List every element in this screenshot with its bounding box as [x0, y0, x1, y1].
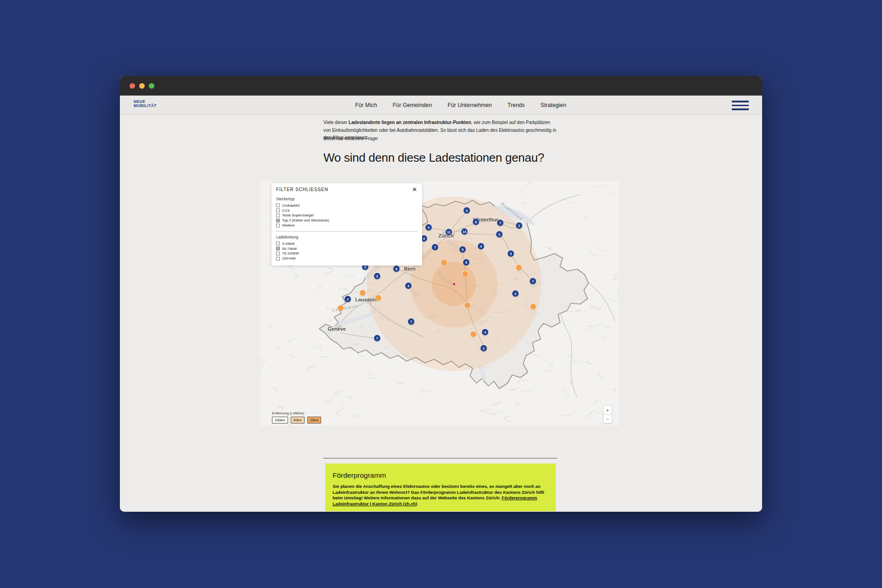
station-cluster-marker[interactable]: 7	[497, 220, 503, 226]
map-zoom-controls: + −	[604, 406, 611, 424]
nav-item-strategien[interactable]: Strategien	[540, 102, 566, 108]
checkbox-checked-icon[interactable]: ✓	[276, 219, 280, 222]
close-window-button[interactable]	[130, 83, 135, 89]
charging-station-marker[interactable]	[470, 331, 476, 337]
promo-box: Förderprogramm Sie planen die Anschaffun…	[325, 464, 556, 511]
station-cluster-marker[interactable]: 7	[530, 278, 536, 284]
filter-group: SteckertypCHAdeMOCCSTesla Supercharger✓T…	[276, 197, 418, 228]
nav-item-trends[interactable]: Trends	[508, 102, 525, 108]
hamburger-bar	[732, 101, 749, 102]
checkbox-icon[interactable]	[276, 204, 280, 207]
map-filter-panel: FILTER SCHLIESSEN ✕ SteckertypCHAdeMOCCS…	[271, 183, 422, 266]
distance-legend-label: Entfernung (Luftlinie):	[272, 411, 321, 415]
filter-option-label: Tesla Supercharger	[282, 213, 314, 217]
lake-label: Le Léman	[332, 303, 359, 313]
filter-close-label[interactable]: FILTER SCHLIESSEN	[276, 187, 328, 192]
charging-station-marker[interactable]	[338, 305, 344, 311]
nav-item-f-r-gemeinden[interactable]: Für Gemeinden	[393, 102, 432, 108]
filter-option-label: Typ 2 (Kabel und Steckdose)	[282, 218, 329, 222]
filter-option-label: 0-49kW	[282, 242, 295, 246]
filter-group-label: Ladeleistung	[276, 235, 418, 239]
station-cluster-marker[interactable]: 5	[463, 259, 469, 266]
minimize-window-button[interactable]	[139, 83, 145, 89]
filter-option-label: 100+kW	[282, 256, 296, 260]
charging-station-marker[interactable]	[375, 295, 381, 301]
intro-text: Viele dieser	[323, 120, 349, 125]
filter-group: Ladeleistung0-49kW✓50-74kW75-100kW100+kW	[276, 231, 418, 261]
hamburger-menu-icon[interactable]	[732, 101, 749, 110]
station-cluster-marker[interactable]: 7	[374, 335, 380, 341]
checkbox-icon[interactable]	[276, 214, 280, 217]
filter-option[interactable]: Weitere	[276, 223, 418, 228]
hamburger-bar	[732, 105, 749, 107]
station-cluster-marker[interactable]: 6	[473, 219, 479, 225]
site-logo[interactable]: NEUE MOBILITÄT	[134, 100, 157, 108]
distance-button-100km[interactable]: 100km	[272, 417, 288, 424]
checkbox-icon[interactable]	[276, 224, 280, 227]
window-titlebar	[120, 76, 762, 96]
station-cluster-marker[interactable]: 7	[432, 244, 438, 250]
search-center-marker	[453, 283, 455, 285]
filter-option-label: CHAdeMO	[282, 204, 300, 208]
filter-option[interactable]: 100+kW	[276, 256, 418, 261]
checkbox-icon[interactable]	[276, 242, 280, 245]
checkbox-icon[interactable]	[276, 209, 280, 212]
station-cluster-marker[interactable]: 2	[512, 290, 519, 297]
filter-option-label: Weitere	[282, 223, 294, 227]
charging-station-marker[interactable]	[462, 271, 468, 277]
filter-option[interactable]: ✓Typ 2 (Kabel und Steckdose)	[276, 218, 418, 223]
intro-text-bold: Ladestandorte liegen an zentralen Infras…	[349, 120, 471, 125]
station-cluster-marker[interactable]: 6	[393, 266, 400, 272]
charging-stations-map[interactable]: BodenseeLe LémanZürichWinterthurBernLaus…	[260, 181, 619, 426]
filter-groups: SteckertypCHAdeMOCCSTesla Supercharger✓T…	[276, 197, 418, 261]
charging-station-marker[interactable]	[441, 260, 447, 266]
filter-option[interactable]: 75-100kW	[276, 251, 418, 256]
filter-option[interactable]: CHAdeMO	[276, 203, 418, 208]
promo-title: Förderprogramm	[333, 471, 548, 480]
filter-option[interactable]: ✓50-74kW	[276, 246, 418, 251]
hamburger-bar	[732, 108, 749, 110]
zoom-out-button[interactable]: −	[604, 415, 611, 423]
distance-button-50km[interactable]: 50km	[291, 417, 305, 424]
zoom-window-button[interactable]	[149, 83, 154, 89]
checkbox-checked-icon[interactable]: ✓	[276, 247, 280, 250]
window-controls	[130, 83, 154, 89]
distance-button-25km[interactable]: 25km	[307, 417, 321, 424]
station-cluster-marker[interactable]: 3	[405, 283, 412, 289]
close-icon[interactable]: ✕	[412, 187, 418, 192]
zoom-in-button[interactable]: +	[604, 407, 611, 414]
station-cluster-marker[interactable]: 4	[478, 243, 484, 249]
filter-option[interactable]: 0-49kW	[276, 241, 418, 246]
lake-label: Bodensee	[500, 201, 524, 222]
section-divider	[323, 458, 557, 458]
filter-option[interactable]: Tesla Supercharger	[276, 213, 418, 218]
filter-option[interactable]: CCS	[276, 208, 418, 213]
station-cluster-marker[interactable]: 2	[516, 222, 522, 229]
nav-item-f-r-mich[interactable]: Für Mich	[355, 102, 377, 108]
station-cluster-marker[interactable]: 4	[482, 329, 488, 335]
site-header: NEUE MOBILITÄT Für MichFür GemeindenFür …	[120, 96, 762, 115]
charging-station-marker[interactable]	[516, 265, 522, 271]
page-title: Wo sind denn diese Ladestationen genau?	[323, 151, 544, 165]
charging-station-marker[interactable]	[464, 302, 470, 308]
station-cluster-marker[interactable]: 7	[408, 318, 414, 325]
station-cluster-marker[interactable]: 3	[425, 224, 432, 231]
station-cluster-marker[interactable]: 3	[496, 231, 503, 237]
station-cluster-marker[interactable]: 3	[508, 250, 514, 257]
main-nav: Für MichFür GemeindenFür UnternehmenTren…	[355, 96, 566, 115]
charging-station-marker[interactable]	[530, 304, 536, 310]
charging-station-marker[interactable]	[360, 290, 366, 296]
page-content: Viele dieser Ladestandorte liegen an zen…	[120, 115, 762, 512]
nav-item-f-r-unternehmen[interactable]: Für Unternehmen	[447, 102, 492, 108]
checkbox-icon[interactable]	[276, 252, 280, 255]
station-cluster-marker[interactable]: 2	[481, 345, 487, 351]
checkbox-icon[interactable]	[276, 257, 280, 260]
station-cluster-marker[interactable]: 3	[464, 207, 470, 214]
filter-option-label: 50-74kW	[282, 247, 297, 251]
station-cluster-marker[interactable]: 3	[374, 273, 380, 279]
filter-header[interactable]: FILTER SCHLIESSEN ✕	[276, 187, 418, 192]
station-cluster-marker[interactable]: 11	[446, 229, 452, 235]
station-cluster-marker[interactable]: 2	[345, 296, 351, 302]
station-cluster-marker[interactable]: 5	[459, 246, 466, 253]
station-cluster-marker[interactable]: 14	[461, 228, 468, 235]
